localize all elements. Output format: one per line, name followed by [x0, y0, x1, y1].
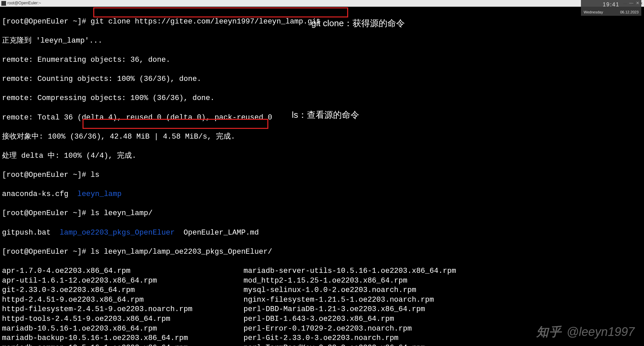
cmd-ls-pkgs: ls leeyn_lamp/lamp_oe2203_pkgs_OpenEluer… [91, 248, 272, 256]
out-recv: 接收对象中: 100% (36/36), 42.48 MiB | 4.58 Mi… [2, 132, 642, 142]
out-cloning: 正克隆到 'leeyn_lamp'... [2, 36, 642, 46]
clock-day: Wednesday [584, 10, 603, 14]
prompt: [root@OpenEuler ~]# [2, 17, 86, 26]
pkg-file: perl-DBI-1.643-3.oe2203.x86_64.rpm [244, 314, 642, 324]
pkg-file: mysql-selinux-1.0.0-2.oe2203.noarch.rpm [244, 286, 642, 295]
pkg-file: perl-DBD-MariaDB-1.21-3.oe2203.x86_64.rp… [244, 305, 642, 314]
clock-close-icon[interactable]: ✕ [636, 1, 639, 6]
terminal[interactable]: [root@OpenEuler ~]# git clone https://gi… [0, 7, 644, 346]
cmd-git-clone: git clone https://gitee.com/leeyn1997/le… [91, 17, 321, 26]
clock-min-icon[interactable]: — [629, 1, 633, 6]
ls-dir: lamp_oe2203_pkgs_OpenEluer [60, 229, 175, 237]
pkg-file: mariadb-server-utils-10.5.16-1.oe2203.x8… [244, 266, 642, 276]
prompt: [root@OpenEuler ~]# [2, 171, 86, 179]
pkg-file: httpd-tools-2.4.51-9.oe2203.x86_64.rpm [2, 314, 244, 324]
pkg-file: nginx-filesystem-1.21.5-1.oe2203.noarch.… [244, 295, 642, 305]
pkg-file: mariadb-common-10.5.16-1.oe2203.x86_64.r… [2, 343, 244, 346]
ls-file: OpenEuler_LAMP.md [175, 229, 259, 237]
ls-dir: leeyn_lamp [77, 190, 121, 198]
ls-file: gitpush.bat [2, 229, 60, 237]
clock-date: 06.12.2023 [620, 10, 639, 14]
out-enum: remote: Enumerating objects: 36, done. [2, 55, 642, 65]
pkg-file: httpd-2.4.51-9.oe2203.x86_64.rpm [2, 295, 244, 305]
pkgs-listing: apr-1.7.0-4.oe2203.x86_64.rpmapr-util-1.… [2, 266, 642, 346]
pkg-file: perl-Git-2.33.0-3.oe2203.noarch.rpm [244, 334, 642, 343]
window-title: root@OpenEuler:~ [7, 1, 41, 6]
out-compress: remote: Compressing objects: 100% (36/36… [2, 94, 642, 103]
pkg-file: mariadb-backup-10.5.16-1.oe2203.x86_64.r… [2, 334, 244, 343]
ls-file: anaconda-ks.cfg [2, 190, 77, 198]
out-count: remote: Counting objects: 100% (36/36), … [2, 75, 642, 84]
pkg-file: perl-Error-0.17029-2.oe2203.noarch.rpm [244, 324, 642, 334]
pkg-file: perl-TermReadKey-2.38-2.oe2203.x86_64.rp… [244, 343, 642, 346]
out-delta: 处理 delta 中: 100% (4/4), 完成. [2, 151, 642, 161]
out-total: remote: Total 36 (delta 4), reused 0 (de… [2, 113, 642, 123]
prompt: [root@OpenEuler ~]# [2, 209, 86, 217]
pkg-file: apr-util-1.6.1-12.oe2203.x86_64.rpm [2, 276, 244, 286]
pkg-file: mod_http2-1.15.25-1.oe2203.x86_64.rpm [244, 276, 642, 286]
terminal-icon [1, 1, 6, 6]
clock-widget: — ✕ 19:41 Wednesday 06.12.2023 [581, 0, 641, 16]
pkg-file: httpd-filesystem-2.4.51-9.oe2203.noarch.… [2, 305, 244, 314]
pkg-file: mariadb-10.5.16-1.oe2203.x86_64.rpm [2, 324, 244, 334]
prompt: [root@OpenEuler ~]# [2, 248, 86, 256]
cmd-ls: ls [91, 171, 99, 179]
pkg-file: git-2.33.0-3.oe2203.x86_64.rpm [2, 286, 244, 295]
pkg-file: apr-1.7.0-4.oe2203.x86_64.rpm [2, 266, 244, 276]
window-titlebar: root@OpenEuler:~ — ☐ ✕ [0, 0, 644, 7]
cmd-ls-leeyn: ls leeyn_lamp/ [91, 209, 153, 217]
